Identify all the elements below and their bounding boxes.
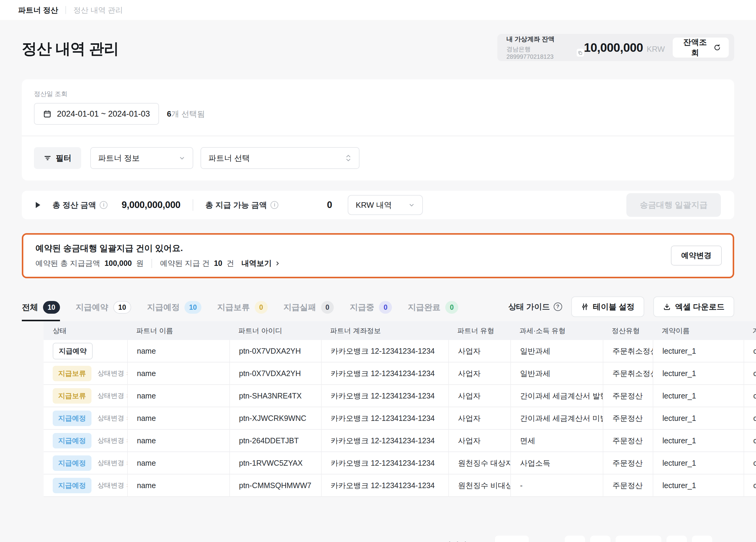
cell-contract-code: ctr-N xyxy=(744,474,756,496)
balance-refresh-button[interactable]: 잔액조회 xyxy=(673,38,729,58)
tabs-row: 전체10지급예약10지급예정10지급보류0지급실패0지급중0지급완료0 상태 가… xyxy=(22,296,734,321)
tab-count-badge: 10 xyxy=(184,301,201,314)
rows-per-page-select[interactable]: 10 xyxy=(495,536,529,542)
filter-card: 정산일 조회 2024-01-01 ~ 2024-01-03 6개 선택됨 필터… xyxy=(22,79,734,180)
tab-paying[interactable]: 지급중0 xyxy=(350,301,392,321)
currency-select[interactable]: KRW 내역 xyxy=(348,195,423,215)
status-change-link[interactable]: 상태변경⇄ xyxy=(98,414,127,423)
cell-contract-name: lecturer_1 xyxy=(653,452,744,474)
partner-select-value: 파트너 선택 xyxy=(208,153,250,164)
cell-partner-id: ptn-CMMSQHMWW7 xyxy=(229,474,321,496)
change-reservation-button[interactable]: 예약변경 xyxy=(671,246,722,266)
chevron-down-icon xyxy=(179,155,185,161)
selected-count-suffix: 개 선택됨 xyxy=(171,109,205,118)
table-row: 지급보류상태변경⇄nameptn-SHA3NRE4TX카카오뱅크 12-1234… xyxy=(44,385,756,407)
prev-page-button[interactable] xyxy=(590,536,611,542)
partner-select[interactable]: 파트너 선택 xyxy=(201,147,360,169)
balance-amount-wrap: 10,000,000 KRW xyxy=(584,41,665,55)
tab-reserved[interactable]: 지급예약10 xyxy=(76,301,131,321)
reserved-count-unit: 건 xyxy=(227,258,234,268)
refresh-icon xyxy=(714,44,721,51)
total-settlement-label-text: 총 정산 금액 xyxy=(52,200,96,210)
table-settings-button[interactable]: 테이블 설정 xyxy=(571,296,644,317)
virtual-account-balance-card: 내 가상계좌 잔액 경남은행 28999770218123 10,000,000… xyxy=(497,34,734,61)
tab-count-badge: 0 xyxy=(321,301,334,314)
tab-completed[interactable]: 지급완료0 xyxy=(408,301,458,321)
reserved-count-label: 예약된 지급 건 xyxy=(160,258,210,268)
total-payable-value: 0 xyxy=(327,200,332,210)
filter-divider xyxy=(22,136,734,136)
status-change-link[interactable]: 상태변경⇄ xyxy=(98,391,127,400)
last-page-button[interactable] xyxy=(692,536,712,542)
download-icon xyxy=(663,303,671,311)
banner-divider xyxy=(151,259,152,268)
tab-failed[interactable]: 지급실패0 xyxy=(283,301,334,321)
breadcrumb-parent[interactable]: 파트너 정산 xyxy=(18,5,58,15)
selected-count-number: 6 xyxy=(167,109,171,118)
status-guide-link[interactable]: 상태 가이드 ? xyxy=(508,302,562,312)
cell-partner-name: name xyxy=(127,362,229,384)
cell-partner-name: name xyxy=(127,474,229,496)
filter-button[interactable]: 필터 xyxy=(34,147,81,169)
cell-partner-account: 카카오뱅크 12-12341234-1234 xyxy=(321,340,448,362)
breadcrumb-divider xyxy=(65,6,66,14)
cell-partner-id: ptn-XJWCRK9WNC xyxy=(229,407,321,429)
cell-partner-name: name xyxy=(127,452,229,474)
bulk-transfer-button[interactable]: 송금대행 일괄지급 xyxy=(626,193,721,217)
page-number-box[interactable]: 9 / 99 xyxy=(615,536,661,542)
status-change-link[interactable]: 상태변경⇄ xyxy=(98,436,127,445)
status-badge: 지급예정 xyxy=(53,478,91,493)
cell-partner-account: 카카오뱅크 12-12341234-1234 xyxy=(321,385,448,407)
info-icon[interactable]: i xyxy=(270,201,278,209)
status-change-link[interactable]: 상태변경⇄ xyxy=(98,481,127,490)
next-page-button[interactable] xyxy=(666,536,687,542)
tab-count-badge: 0 xyxy=(379,301,392,314)
date-range-picker[interactable]: 2024-01-01 ~ 2024-01-03 xyxy=(34,103,159,125)
cell-contract-name: lecturer_1 xyxy=(653,385,744,407)
info-icon[interactable]: i xyxy=(100,201,108,209)
status-badge: 지급보류 xyxy=(53,388,91,404)
cell-contract-name: lecturer_1 xyxy=(653,474,744,496)
cell-contract-code: ctr-E xyxy=(744,385,756,407)
cell-partner-name: name xyxy=(127,430,229,451)
cell-tax-income-type: 사업소득 xyxy=(510,452,603,474)
cell-partner-account: 카카오뱅크 12-12341234-1234 xyxy=(321,430,448,451)
cell-tax-income-type: - xyxy=(510,474,603,496)
cell-partner-type: 원천징수 대상자 xyxy=(448,452,510,474)
current-page: 9 xyxy=(628,541,632,542)
calendar-icon xyxy=(43,110,51,118)
cell-partner-id: ptn-1RVWC5ZYAX xyxy=(229,452,321,474)
pagination-row: 페이지 당 행 10 9 / 99 xyxy=(22,536,712,542)
balance-label: 내 가상계좌 잔액 xyxy=(506,35,584,43)
first-page-button[interactable] xyxy=(565,536,585,542)
cell-settlement-type: 주문취소정산 xyxy=(603,362,653,384)
cell-partner-account: 카카오뱅크 12-12341234-1234 xyxy=(321,362,448,384)
partner-info-value: 파트너 정보 xyxy=(98,153,140,164)
table-row: 지급예정상태변경⇄nameptn-1RVWC5ZYAX카카오뱅크 12-1234… xyxy=(44,452,756,474)
excel-download-button[interactable]: 엑셀 다운로드 xyxy=(653,296,734,317)
view-details-link[interactable]: 내역보기 xyxy=(241,258,280,268)
table-row: 지급보류상태변경⇄nameptn-0X7VDXA2YH카카오뱅크 12-1234… xyxy=(44,362,756,385)
status-change-label: 상태변경 xyxy=(98,481,124,490)
cell-tax-income-type: 일반과세 xyxy=(510,362,603,384)
cell-partner-type: 사업자 xyxy=(448,430,510,451)
status-change-label: 상태변경 xyxy=(98,369,124,378)
status-change-link[interactable]: 상태변경⇄ xyxy=(98,369,127,378)
tab-scheduled[interactable]: 지급예정10 xyxy=(147,301,201,321)
cell-settlement-type: 주문정산 xyxy=(603,452,653,474)
column-header-status: 상태 xyxy=(44,321,127,340)
cell-status: 지급보류상태변경⇄ xyxy=(44,385,127,407)
status-change-link[interactable]: 상태변경⇄ xyxy=(98,458,127,468)
status-badge: 지급예약 xyxy=(53,343,93,359)
partner-info-select[interactable]: 파트너 정보 xyxy=(90,147,193,169)
cell-partner-name: name xyxy=(127,340,229,362)
chevron-right-icon xyxy=(275,261,280,266)
currency-select-value: KRW 내역 xyxy=(356,200,392,210)
banner-detail-line: 예약된 총 지급금액 100,000 원 예약된 지급 건 10 건 내역보기 xyxy=(35,258,280,268)
balance-currency: KRW xyxy=(647,45,665,54)
expand-triangle-icon[interactable] xyxy=(36,202,40,208)
tab-held[interactable]: 지급보류0 xyxy=(217,301,268,321)
cell-partner-type: 사업자 xyxy=(448,385,510,407)
copy-icon[interactable] xyxy=(577,49,584,57)
tab-all[interactable]: 전체10 xyxy=(22,301,60,321)
